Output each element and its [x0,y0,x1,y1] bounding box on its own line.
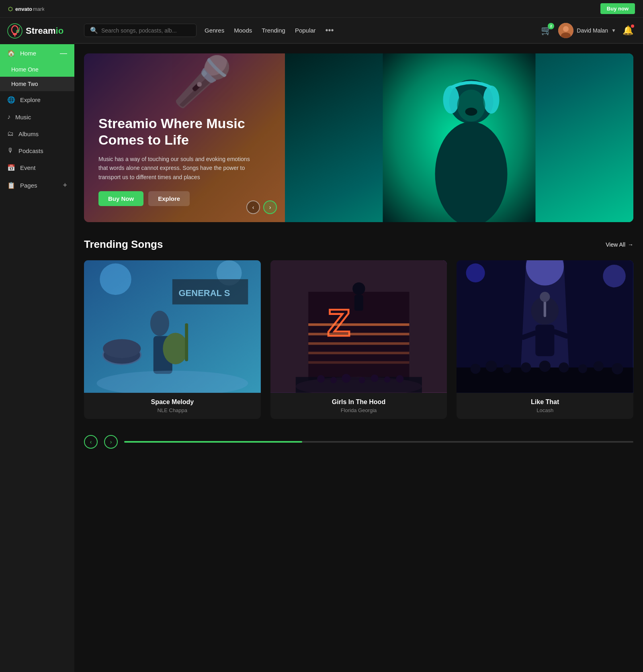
sidebar-item-event[interactable]: 📅 Event [0,159,74,176]
search-bar[interactable]: 🔍 [84,24,197,37]
svg-point-62 [471,364,481,374]
hero-buy-now-button[interactable]: Buy Now [98,191,143,206]
song-card[interactable]: GENERAL S [84,260,261,419]
navbar: 🔍 Genres Moods Trending Popular ••• 🛒 2 [74,18,643,43]
song-artist: Locash [463,407,627,413]
svg-point-44 [330,377,337,383]
song-card[interactable]: Like That Locash [457,260,633,419]
svg-point-59 [466,263,485,282]
nav-trending[interactable]: Trending [262,27,285,34]
nav-moods[interactable]: Moods [234,27,252,34]
topbar: ⬡ envato market Buy now [0,0,643,18]
nav-links: Genres Moods Trending Popular ••• [205,26,334,35]
svg-rect-40 [354,295,363,310]
view-all-button[interactable]: View All → [606,241,633,248]
nav-genres[interactable]: Genres [205,27,224,34]
progress-bar[interactable] [124,441,633,443]
svg-point-46 [358,377,365,383]
main-layout: Streamio 🏠 Home — Home One Home Two 🌐 Ex… [0,18,643,672]
hero-prev-button[interactable]: ‹ [246,200,260,214]
sidebar-nav: 🏠 Home — Home One Home Two 🌐 Explore ♪ M… [0,44,74,672]
view-all-label: View All [606,241,625,248]
svg-point-68 [578,364,587,373]
section-title: Trending Songs [84,238,163,251]
svg-text:GENERAL S: GENERAL S [179,288,230,298]
svg-point-17 [465,108,477,116]
sidebar-item-explore[interactable]: 🌐 Explore [0,91,74,108]
song-title: Girls In The Hood [277,398,441,406]
song-artist: NLE Chappa [90,407,254,413]
albums-icon: 🗂 [7,130,14,137]
music-label: Music [15,114,67,121]
user-menu[interactable]: David Malan ▼ [558,23,616,38]
svg-point-20 [100,263,131,295]
envato-logo: ⬡ envato market [8,5,44,13]
prev-track-button[interactable]: ‹ [84,435,98,449]
avatar [558,23,573,38]
hero-description: Music has a way of touching our souls an… [98,155,251,182]
cart-badge: 2 [548,23,554,29]
sidebar-item-pages[interactable]: 📋 Pages + [0,176,74,194]
trending-section: Trending Songs View All → [74,222,643,427]
song-info: Space Melody NLE Chappa [84,393,261,419]
song-image-2: Z [270,260,447,393]
svg-rect-6 [14,35,16,37]
svg-point-67 [559,362,569,372]
cart-button[interactable]: 🛒 2 [541,25,552,36]
search-icon: 🔍 [90,27,98,34]
svg-point-16 [457,90,485,122]
svg-rect-35 [308,333,409,335]
svg-point-29 [103,339,141,358]
search-input[interactable] [101,27,190,34]
hero-next-button[interactable]: › [263,200,277,214]
sidebar-item-albums[interactable]: 🗂 Albums [0,125,74,142]
more-options-icon[interactable]: ••• [326,26,334,35]
home-one-label: Home One [11,66,39,73]
chevron-down-icon[interactable]: ▼ [611,28,616,33]
song-thumbnail: Z [270,260,447,393]
song-title: Like That [463,398,627,406]
logo-mark: Streamio [7,23,63,39]
app-name: Streamio [26,26,63,36]
svg-point-48 [384,376,390,383]
next-track-button[interactable]: › [104,435,118,449]
svg-rect-5 [13,34,17,35]
collapse-icon[interactable]: — [60,49,67,57]
event-icon: 📅 [7,164,15,172]
navbar-row: 🔍 Genres Moods Trending Popular ••• 🛒 2 [74,18,643,44]
music-icon: ♪ [7,113,10,121]
svg-point-39 [352,282,365,295]
pages-plus-icon[interactable]: + [63,181,67,190]
logo-icon [7,23,23,39]
sidebar-item-podcasts[interactable]: 🎙 Podcasts [0,142,74,159]
nav-popular[interactable]: Popular [295,27,316,34]
song-illustration-2: Z [270,260,447,393]
song-info: Girls In The Hood Florida Georgia [270,393,447,419]
svg-point-60 [603,265,626,288]
svg-point-43 [317,375,325,383]
svg-point-69 [594,361,604,371]
user-name: David Malan [577,27,608,34]
svg-rect-37 [308,352,409,354]
buy-now-button[interactable]: Buy now [600,3,635,14]
sidebar-item-home-one[interactable]: Home One [0,62,74,77]
song-thumbnail [457,260,633,393]
svg-text:⬡: ⬡ [8,6,12,12]
svg-point-64 [503,364,512,373]
svg-point-65 [521,362,531,372]
svg-rect-34 [308,323,409,326]
sidebar-item-music[interactable]: ♪ Music [0,108,74,125]
hero-explore-button[interactable]: Explore [148,191,190,206]
song-illustration-3 [457,260,633,393]
svg-text:market: market [33,6,44,12]
sidebar-item-home-two[interactable]: Home Two [0,77,74,91]
notification-button[interactable]: 🔔 [623,25,633,36]
svg-point-66 [539,361,551,372]
hero-title: Streamio Where Music Comes to Life [98,115,270,148]
svg-text:envato: envato [15,6,32,12]
song-thumbnail: GENERAL S [84,260,261,393]
svg-point-56 [540,292,550,302]
sidebar-item-home[interactable]: 🏠 Home — [0,44,74,62]
svg-text:Z: Z [327,302,350,344]
song-card[interactable]: Z [270,260,447,419]
